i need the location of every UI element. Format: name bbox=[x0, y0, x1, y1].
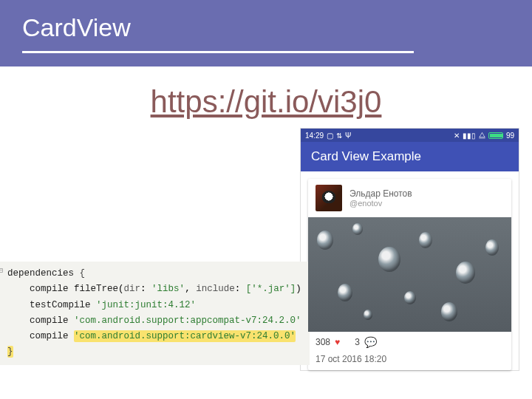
card-image-raindrops bbox=[308, 217, 511, 332]
git-link[interactable]: https://git.io/vi3j0 bbox=[151, 84, 382, 119]
status-icon: ⇅ bbox=[336, 132, 342, 140]
heart-icon[interactable]: ♥ bbox=[335, 337, 340, 347]
comment-count: 3 bbox=[355, 337, 360, 347]
link-row: https://git.io/vi3j0 bbox=[0, 66, 532, 129]
battery-icon bbox=[488, 132, 503, 139]
card-timestamp: 17 oct 2016 18:20 bbox=[308, 352, 511, 370]
status-bar: 14:29 ▢ ⇅ Ψ ✕ ▮▮▯ ⧋ 99 bbox=[301, 129, 519, 142]
mute-icon: ✕ bbox=[454, 132, 460, 140]
signal-icon: ▮▮▯ bbox=[463, 132, 476, 140]
app-bar-title: Card View Example bbox=[301, 142, 519, 171]
battery-pct: 99 bbox=[506, 132, 514, 140]
card-header: Эльдар Енотов @enotov bbox=[308, 179, 511, 217]
android-mockup: 14:29 ▢ ⇅ Ψ ✕ ▮▮▯ ⧋ 99 Card View Example bbox=[301, 129, 519, 370]
comment-icon[interactable]: 💬 bbox=[364, 336, 377, 348]
slide-title: CardView bbox=[22, 13, 532, 42]
user-handle: @enotov bbox=[349, 199, 412, 208]
slide-header: CardView bbox=[0, 0, 532, 66]
gutter-icon: ⊟ bbox=[0, 265, 3, 277]
gradle-code-block: ⊟ dependencies { compile fileTree(dir: '… bbox=[0, 262, 310, 365]
card-actions: 308 ♥ 3 💬 bbox=[308, 332, 511, 352]
like-count: 308 bbox=[316, 337, 330, 347]
status-time: 14:29 bbox=[305, 132, 324, 140]
wifi-icon: ⧋ bbox=[479, 131, 485, 140]
avatar bbox=[316, 185, 342, 211]
status-icon: Ψ bbox=[345, 132, 351, 140]
status-icon: ▢ bbox=[327, 132, 333, 140]
card: Эльдар Енотов @enotov bbox=[308, 179, 511, 370]
user-name: Эльдар Енотов bbox=[349, 188, 412, 199]
